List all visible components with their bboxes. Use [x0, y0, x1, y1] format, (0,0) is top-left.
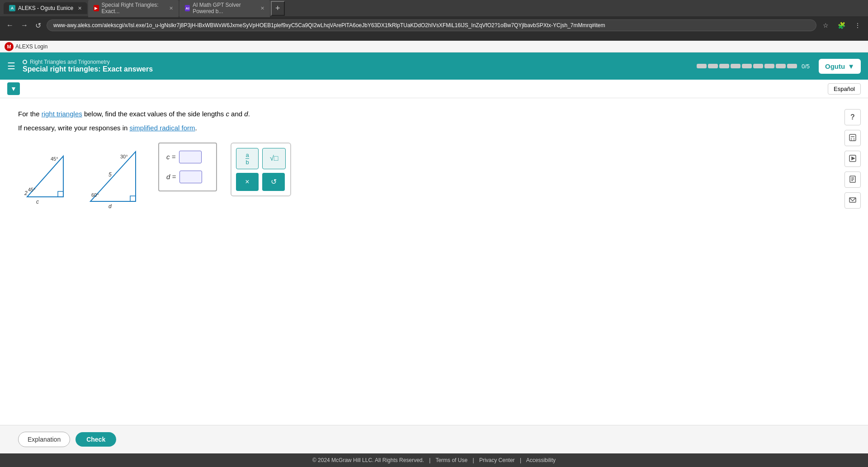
topic-parent: Right Triangles and Trigonometry [23, 59, 697, 65]
privacy-link[interactable]: Privacy Center [479, 457, 515, 463]
video-button[interactable] [844, 151, 861, 167]
sqrt-icon: √□ [270, 154, 278, 162]
undo-button[interactable]: ↺ [262, 173, 285, 191]
problem-area: 2 c 45° 45° 5 d 60° 30° [18, 143, 850, 210]
progress-bar [697, 64, 797, 68]
notepad-button[interactable] [844, 172, 861, 188]
hamburger-button[interactable]: ☰ [7, 61, 15, 71]
svg-rect-12 [849, 134, 856, 141]
progress-seg-8 [776, 64, 786, 68]
c-variable: c [226, 110, 229, 118]
tab-ai[interactable]: AI AI Math GPT Solver Powered b... ✕ [179, 0, 270, 17]
check-button[interactable]: Check [75, 432, 116, 447]
topic-info: Right Triangles and Trigonometry Special… [23, 59, 697, 73]
triangle1-svg: 2 c 45° 45° [18, 147, 72, 206]
tab-ai-close[interactable]: ✕ [260, 5, 264, 11]
browser-tabs: A ALEKS - Ogutu Eunice ✕ ▶ Special Right… [0, 0, 868, 16]
browser-toolbar: ← → ↺ www-awy.aleks.com/alekscgi/x/Isl.e… [0, 16, 868, 34]
calculator-icon [849, 133, 857, 143]
progress-seg-5 [742, 64, 752, 68]
play-icon [849, 154, 857, 164]
c-answer-input[interactable] [179, 151, 202, 163]
undo-icon: ↺ [271, 177, 277, 186]
tab-triangles-close[interactable]: ✕ [169, 5, 173, 11]
topic-circle-icon [23, 60, 27, 64]
calculator-button[interactable] [844, 130, 861, 146]
address-bar[interactable]: www-awy.aleks.com/alekscgi/x/Isl.exe/1o_… [47, 19, 816, 31]
collapse-bar: ▼ Español [0, 80, 868, 98]
progress-area: 0/5 [697, 63, 810, 70]
tab-triangles-label: Special Right Triangles: Exact... [102, 2, 165, 14]
explanation-button[interactable]: Explanation [18, 432, 70, 447]
math-keyboard: a b √□ × ↺ [231, 143, 291, 196]
tab-aleks-close[interactable]: ✕ [78, 5, 82, 11]
m-favicon: M [5, 42, 14, 51]
collapse-button[interactable]: ▼ [7, 82, 20, 95]
d-answer-row: d = [166, 171, 209, 183]
terms-link[interactable]: Terms of Use [435, 457, 467, 463]
simplified-radical-link[interactable]: simplified radical form [130, 124, 195, 132]
svg-text:5: 5 [108, 172, 112, 178]
fraction-button[interactable]: a b [236, 148, 259, 169]
progress-seg-6 [753, 64, 763, 68]
aleks-header: ☰ Right Triangles and Trigonometry Speci… [0, 52, 868, 80]
reload-button[interactable]: ↺ [33, 19, 43, 32]
main-content: For the right triangles below, find the … [0, 98, 868, 425]
footer-bar: Explanation Check [0, 425, 868, 453]
progress-seg-4 [731, 64, 741, 68]
mail-icon [849, 196, 857, 205]
aleks-login-bookmark[interactable]: M ALEXS Login [5, 42, 47, 51]
instruction-text: If necessary, write your responses in si… [18, 124, 850, 132]
accessibility-link[interactable]: Accessibility [526, 457, 556, 463]
clear-button[interactable]: × [236, 173, 259, 191]
svg-text:45°: 45° [28, 187, 36, 192]
progress-seg-7 [764, 64, 774, 68]
svg-text:c: c [36, 199, 39, 205]
back-button[interactable]: ← [5, 19, 15, 31]
extensions-button[interactable]: 🧩 [835, 20, 848, 31]
d-answer-label: d = [166, 173, 176, 181]
d-answer-input[interactable] [179, 171, 202, 183]
help-button[interactable]: ? [844, 109, 861, 125]
progress-count: 0/5 [802, 63, 810, 70]
tab-triangles[interactable]: ▶ Special Right Triangles: Exact... ✕ [88, 0, 179, 17]
tab-aleks-label: ALEKS - Ogutu Eunice [18, 5, 73, 11]
progress-seg-3 [719, 64, 729, 68]
question-icon: ? [850, 113, 855, 121]
triangle2-svg: 5 d 60° 30° [81, 143, 145, 210]
svg-text:30°: 30° [120, 154, 128, 159]
triangles-area: 2 c 45° 45° 5 d 60° 30° [18, 143, 145, 210]
tab-aleks-favicon: A [9, 5, 15, 11]
progress-seg-2 [708, 64, 718, 68]
forward-button[interactable]: → [19, 19, 30, 31]
svg-text:2: 2 [24, 190, 28, 196]
question-text: For the right triangles below, find the … [18, 109, 850, 119]
browser-chrome: A ALEKS - Ogutu Eunice ✕ ▶ Special Right… [0, 0, 868, 41]
mail-button[interactable] [844, 192, 861, 209]
tab-aleks[interactable]: A ALEKS - Ogutu Eunice ✕ [4, 2, 87, 14]
svg-text:45°: 45° [51, 156, 58, 162]
bookmark-button[interactable]: ☆ [820, 20, 831, 31]
user-menu-button[interactable]: Ogutu ▼ [819, 59, 861, 74]
menu-button[interactable]: ⋮ [852, 20, 863, 31]
bookmarks-bar: M ALEXS Login [0, 41, 868, 52]
right-triangles-link[interactable]: right triangles [42, 110, 82, 118]
espanol-button[interactable]: Español [828, 83, 861, 95]
toolbar-icons: ☆ 🧩 ⋮ [820, 20, 863, 31]
c-answer-label: c = [166, 153, 175, 161]
svg-rect-1 [58, 191, 63, 197]
sqrt-button[interactable]: √□ [262, 148, 286, 169]
progress-seg-9 [787, 64, 797, 68]
aleks-app: ☰ Right Triangles and Trigonometry Speci… [0, 52, 868, 467]
svg-text:60°: 60° [91, 192, 99, 198]
svg-rect-7 [130, 196, 136, 201]
aleks-login-label: ALEXS Login [15, 43, 47, 50]
tab-ai-favicon: AI [185, 5, 190, 11]
tab-ai-label: AI Math GPT Solver Powered b... [193, 2, 256, 14]
new-tab-button[interactable]: + [271, 1, 285, 16]
c-answer-row: c = [166, 151, 209, 163]
right-tools: ? [844, 109, 861, 209]
fraction-icon: a b [245, 152, 249, 165]
user-name-label: Ogutu [825, 62, 845, 70]
keyboard-bottom-row: × ↺ [236, 173, 286, 191]
